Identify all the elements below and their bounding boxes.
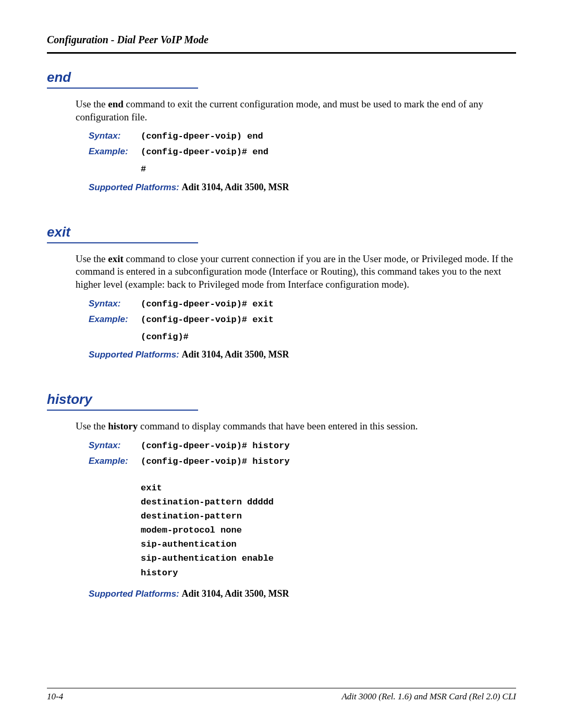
platforms-label: Supported Platforms: — [89, 350, 182, 360]
cmd-name: end — [108, 98, 124, 109]
syntax-label: Syntax: — [89, 299, 141, 309]
cmd-name: exit — [108, 253, 124, 264]
desc-end: Use the end command to exit the current … — [76, 98, 516, 124]
section-title-exit: exit — [47, 224, 516, 240]
doc-title-footer: Adit 3000 (Rel. 1.6) and MSR Card (Rel 2… — [341, 692, 516, 702]
platforms-label: Supported Platforms: — [89, 182, 182, 192]
example-row: Example: (config-dpeer-voip)# exit — [89, 314, 516, 325]
title-underline — [47, 410, 198, 411]
syntax-value: (config-dpeer-voip)# exit — [141, 299, 274, 309]
text: Use the — [76, 421, 108, 431]
platforms-value: Adit 3104, Adit 3500, MSR — [182, 182, 289, 192]
syntax-value: (config-dpeer-voip) end — [141, 131, 263, 141]
footer-rule — [47, 688, 516, 688]
syntax-value: (config-dpeer-voip)# history — [141, 441, 290, 451]
page: Configuration - Dial Peer VoIP Mode end … — [0, 0, 563, 728]
text: command to close your current connection… — [76, 253, 513, 290]
syntax-label: Syntax: — [89, 131, 141, 141]
page-number: 10-4 — [47, 692, 63, 702]
platforms-value: Adit 3104, Adit 3500, MSR — [182, 588, 289, 599]
example-row: Example: (config-dpeer-voip)# end — [89, 146, 516, 157]
example-extra: # — [141, 162, 516, 176]
section-exit: exit Use the exit command to close your … — [47, 224, 516, 360]
section-title-history: history — [47, 391, 516, 408]
title-underline — [47, 88, 198, 89]
platforms-value: Adit 3104, Adit 3500, MSR — [182, 349, 289, 360]
example-label: Example: — [89, 314, 141, 325]
example-row: Example: (config-dpeer-voip)# history — [89, 456, 516, 466]
page-footer: 10-4 Adit 3000 (Rel. 1.6) and MSR Card (… — [47, 688, 516, 702]
text: Use the — [76, 253, 108, 264]
example-value: (config-dpeer-voip)# end — [141, 147, 268, 157]
syntax-row: Syntax: (config-dpeer-voip)# history — [89, 440, 516, 451]
section-history: history Use the history command to displ… — [47, 391, 516, 599]
header-rule — [47, 52, 516, 54]
platforms-row: Supported Platforms: Adit 3104, Adit 350… — [89, 349, 516, 360]
example-label: Example: — [89, 146, 141, 157]
platforms-row: Supported Platforms: Adit 3104, Adit 350… — [89, 182, 516, 193]
desc-exit: Use the exit command to close your curre… — [76, 253, 516, 291]
text: command to exit the current configuratio… — [76, 98, 483, 122]
running-header: Configuration - Dial Peer VoIP Mode — [47, 34, 516, 46]
section-title-end: end — [47, 69, 516, 85]
text: command to display commands that have be… — [138, 421, 418, 431]
syntax-label: Syntax: — [89, 440, 141, 451]
text: Use the — [76, 98, 108, 109]
platforms-label: Supported Platforms: — [89, 589, 182, 599]
example-value: (config-dpeer-voip)# history — [141, 456, 290, 466]
cmd-name: history — [108, 421, 138, 431]
title-underline — [47, 242, 198, 243]
platforms-row: Supported Platforms: Adit 3104, Adit 350… — [89, 588, 516, 599]
section-end: end Use the end command to exit the curr… — [47, 69, 516, 193]
syntax-row: Syntax: (config-dpeer-voip) end — [89, 131, 516, 141]
example-block: exit destination-pattern ddddd destinati… — [141, 481, 516, 580]
desc-history: Use the history command to display comma… — [76, 420, 516, 433]
example-value: (config-dpeer-voip)# exit — [141, 315, 274, 325]
example-extra: (config)# — [141, 330, 516, 344]
syntax-row: Syntax: (config-dpeer-voip)# exit — [89, 299, 516, 309]
example-label: Example: — [89, 456, 141, 466]
